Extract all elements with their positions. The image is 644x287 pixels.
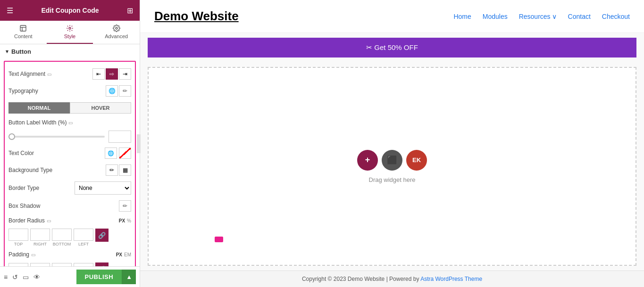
typography-controls: 🌐 ✏ [106,85,131,97]
box-shadow-row: Box Shadow ✏ [8,197,131,214]
publish-button[interactable]: PUBLISH [76,270,122,284]
state-tabs: NORMAL HOVER [8,102,131,114]
nav-contact[interactable]: Contact [568,13,591,20]
padding-unit-toggle: PX EM [116,252,131,257]
chevron-down-icon: ▾ [6,49,8,55]
br-unit-percent[interactable]: % [127,218,131,223]
section-button-label: Button [11,48,31,55]
button-label-width-label-wrap: Button Label Width (%) ▭ [8,119,73,126]
padding-label-wrap: Padding ▭ [8,251,35,258]
section-button-header[interactable]: ▾ Button [0,44,140,59]
tab-normal[interactable]: NORMAL [8,102,70,114]
width-number-input[interactable] [109,131,131,143]
bg-solid-btn[interactable]: ✏ [106,164,118,176]
gear-icon [113,25,120,32]
border-radius-unit-toggle: PX % [119,218,131,223]
align-left-btn[interactable]: ⇤ [92,68,105,80]
content-icon [19,25,27,32]
bg-gradient-btn[interactable]: ▦ [119,164,131,176]
typography-edit-btn[interactable]: ✏ [119,85,131,97]
text-color-row: Text Color 🌐 [8,145,131,162]
promo-banner: ✂ Get 50% OFF [148,38,636,57]
left-panel: ☰ Edit Coupon Code ⊞ Content Style Advan… [0,0,140,287]
br-top-input[interactable] [8,229,28,241]
grid-icon[interactable]: ⊞ [127,6,133,15]
br-left-input[interactable] [74,229,93,241]
pad-left-input[interactable] [74,263,93,266]
typography-global-btn[interactable]: 🌐 [106,85,118,97]
text-color-swatch[interactable] [119,148,131,159]
red-indicator [215,237,223,242]
text-color-global-btn[interactable]: 🌐 [105,148,117,159]
padding-label: Padding [8,251,29,258]
br-left-label: LEFT [78,242,89,246]
box-shadow-edit-btn[interactable]: ✏ [119,200,131,212]
right-panel: Demo Website Home Modules Resources ∨ Co… [140,0,644,287]
tab-style[interactable]: Style [47,21,93,44]
slider-row [8,129,131,145]
br-link-btn[interactable]: 🔗 [95,229,109,242]
button-properties-section: Text Alignment ▭ ⇤ ⇨ ⇥ Typography 🌐 ✏ [4,61,136,266]
br-unit-px[interactable]: PX [119,218,125,223]
padding-inputs: 🔗 [8,262,131,266]
canvas-area: + ⬛ EK Drag widget here [148,67,636,266]
slider-thumb[interactable] [8,133,15,140]
stop-btn[interactable]: ⬛ [382,150,402,171]
chevron-resources-icon: ∨ [552,13,557,20]
padding-label-row: Padding ▭ PX EM [8,248,131,261]
border-type-select[interactable]: None Solid Dashed Dotted Double [75,181,131,195]
border-radius-label-wrap: Border Radius ▭ [8,217,51,224]
border-type-label: Border Type [8,185,39,191]
align-center-btn[interactable]: ⇨ [106,68,118,80]
tab-advanced[interactable]: Advanced [93,21,140,44]
br-top-label: TOP [14,242,23,246]
background-type-row: Background Type ✏ ▦ [8,162,131,179]
drag-content: + ⬛ EK Drag widget here [357,150,427,183]
bottom-bar-icons: ≡ ↺ ▭ 👁 [4,273,40,281]
preview-icon[interactable]: 👁 [33,273,40,281]
responsive-icon-radius: ▭ [47,218,51,223]
pad-link-btn[interactable]: 🔗 [95,262,109,266]
nav-checkout[interactable]: Checkout [602,13,630,20]
text-alignment-label-wrap: Text Alignment ▭ [8,71,51,77]
pad-bottom-input[interactable] [52,263,72,266]
pad-top-input[interactable] [8,263,28,266]
br-top-wrap: TOP [8,229,28,246]
footer-bar: Copyright © 2023 Demo Website | Powered … [140,271,644,287]
border-radius-label-row: Border Radius ▭ PX % [8,214,131,227]
pad-right-input[interactable] [30,263,50,266]
nav-modules[interactable]: Modules [483,13,508,20]
nav-resources[interactable]: Resources ∨ [519,13,557,20]
publish-btn-wrap: PUBLISH ▲ [76,270,136,284]
add-widget-btn[interactable]: + [357,150,378,171]
footer-link[interactable]: Astra WordPress Theme [420,276,482,282]
background-type-label: Background Type [8,167,52,173]
panel-resize-handle[interactable] [137,134,141,153]
button-label-width-row: Button Label Width (%) ▭ [8,116,131,129]
site-logo: Demo Website [154,9,239,24]
br-bottom-label: BOTTOM [53,242,71,246]
ek-btn[interactable]: EK [406,150,427,171]
align-right-btn[interactable]: ⇥ [119,68,131,80]
style-icon [66,25,74,32]
pad-unit-px[interactable]: PX [116,252,122,257]
br-right-input[interactable] [30,229,50,241]
text-alignment-label: Text Alignment [8,71,45,77]
responsive-icon[interactable]: ▭ [23,273,29,281]
typography-row: Typography 🌐 ✏ [8,82,131,99]
panel-header: ☰ Edit Coupon Code ⊞ [0,0,140,21]
publish-dropdown-btn[interactable]: ▲ [122,270,136,284]
nav-home[interactable]: Home [453,13,471,20]
br-left-wrap: LEFT [74,229,93,246]
tab-content[interactable]: Content [0,21,47,44]
history-icon[interactable]: ↺ [12,273,18,281]
tab-style-label: Style [64,33,75,39]
hamburger-icon[interactable]: ☰ [7,6,13,15]
pad-unit-em[interactable]: EM [124,252,131,257]
button-label-width-label: Button Label Width (%) [8,119,67,126]
tab-hover[interactable]: HOVER [70,102,131,114]
br-bottom-input[interactable] [52,229,72,241]
box-shadow-label: Box Shadow [8,203,40,209]
svg-rect-0 [20,25,26,31]
layers-icon[interactable]: ≡ [4,273,8,281]
